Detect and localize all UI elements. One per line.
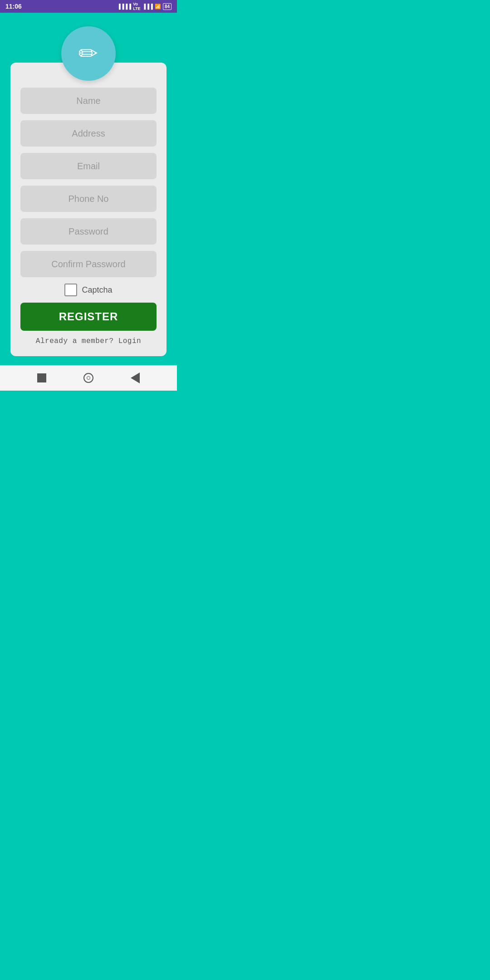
bottom-nav-bar bbox=[0, 365, 177, 391]
main-content: ✎ Captcha REGISTER Already a member? Log… bbox=[0, 13, 177, 365]
captcha-row: Captcha bbox=[64, 284, 112, 296]
signal2-icon: ▐▐▐ bbox=[142, 4, 152, 9]
confirm-password-input[interactable] bbox=[20, 251, 156, 277]
signal-icon: ▐▐▐▐ bbox=[117, 4, 131, 9]
time-display: 11:06 bbox=[5, 3, 22, 10]
pencil-icon-circle: ✎ bbox=[61, 26, 116, 81]
square-icon bbox=[37, 373, 46, 382]
email-input[interactable] bbox=[20, 153, 156, 179]
nav-home-button[interactable] bbox=[82, 371, 95, 385]
circle-icon bbox=[83, 373, 93, 383]
captcha-label: Captcha bbox=[82, 285, 112, 295]
nav-back-button[interactable] bbox=[35, 371, 49, 385]
password-input[interactable] bbox=[20, 218, 156, 245]
battery-icon: 84 bbox=[163, 3, 172, 10]
register-button[interactable]: REGISTER bbox=[20, 303, 156, 331]
address-input[interactable] bbox=[20, 120, 156, 147]
nav-triangle-button[interactable] bbox=[128, 371, 142, 385]
name-input[interactable] bbox=[20, 88, 156, 114]
already-member-text: Already a member? Login bbox=[36, 337, 141, 345]
phone-input[interactable] bbox=[20, 186, 156, 212]
pencil-icon: ✎ bbox=[73, 38, 105, 70]
status-icons: ▐▐▐▐ VoLTE ▐▐▐ 📶 84 bbox=[117, 2, 172, 11]
registration-card: Captcha REGISTER Already a member? Login bbox=[10, 63, 166, 356]
wifi-icon: 📶 bbox=[155, 4, 161, 10]
triangle-icon bbox=[131, 372, 140, 383]
volte-icon: VoLTE bbox=[133, 2, 140, 11]
status-bar: 11:06 ▐▐▐▐ VoLTE ▐▐▐ 📶 84 bbox=[0, 0, 177, 13]
captcha-checkbox[interactable] bbox=[64, 284, 77, 296]
